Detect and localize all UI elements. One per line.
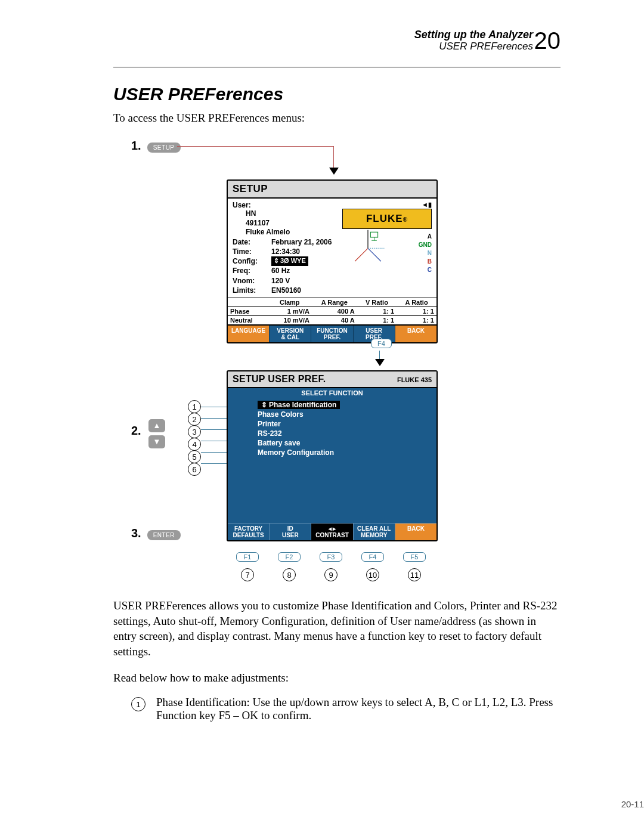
- step-3: 3. ENTER: [131, 527, 181, 540]
- table-row: Neutral10 mV/A 40 A1: 1 1: 1: [228, 315, 436, 324]
- select-function-bar: SELECT FUNCTION: [228, 388, 436, 398]
- softkey-factory: FACTORY DEFAULTS: [228, 524, 270, 540]
- setup-key: SETUP: [147, 143, 181, 153]
- callout-9: 9: [324, 568, 338, 581]
- definition-row: 1 Phase Identification: Use the up/down …: [113, 696, 561, 722]
- step-2-number: 2.: [131, 424, 141, 438]
- description-para-2: Read below how to make adjustments:: [113, 670, 561, 686]
- page-title: USER PREFerences: [113, 84, 561, 104]
- bottom-callouts: 7 8 9 10 11: [227, 568, 435, 581]
- step-3-number: 3.: [131, 527, 141, 540]
- freq-value: 60 Hz: [271, 266, 290, 275]
- def-callout-1: 1: [131, 697, 145, 711]
- header-subtitle: USER PREFerences: [439, 41, 533, 52]
- pref-menu: Phase Identification Phase Colors Printe…: [228, 398, 436, 523]
- connector: [201, 452, 227, 453]
- date-value: February 21, 2006: [271, 237, 332, 247]
- menu-battery-save: Battery save: [228, 438, 436, 448]
- callout-8: 8: [283, 568, 296, 581]
- up-key: ▲: [148, 419, 165, 432]
- page-number: 20-11: [621, 799, 644, 809]
- user-pref-screen: SETUP USER PREF. FLUKE 435 SELECT FUNCTI…: [227, 370, 438, 541]
- menu-phase-id: Phase Identification: [258, 401, 340, 409]
- svg-line-1: [355, 248, 368, 261]
- arrow-down-icon: [329, 168, 339, 175]
- connector: [201, 441, 227, 441]
- f4-key-label: F4: [371, 339, 392, 348]
- menu-phase-colors: Phase Colors: [228, 410, 436, 419]
- callout-1: 1: [188, 400, 201, 413]
- header-rule: [113, 67, 561, 67]
- f1-label: F1: [236, 552, 259, 562]
- callout-7: 7: [241, 568, 254, 581]
- date-label: Date:: [233, 237, 265, 247]
- softkey-version: VERSION & CAL: [270, 326, 311, 342]
- f4-label: F4: [361, 552, 385, 562]
- wye-diagram-icon: [347, 225, 389, 267]
- user-line: HN: [233, 209, 342, 219]
- config-label: Config:: [233, 256, 265, 266]
- down-key: ▼: [148, 435, 165, 448]
- softkey-language: LANGUAGE: [228, 326, 270, 342]
- user-line: 491107: [233, 219, 342, 228]
- softkey-bar-2: FACTORY DEFAULTS ID USER ◂ ▸ CONTRAST CL…: [228, 523, 436, 540]
- vnom-value: 120 V: [271, 276, 290, 286]
- procedure-diagram: 1. SETUP SETUP User: HN 491107 Fluke Alm…: [113, 139, 561, 592]
- arrow-keypad: ▲ ▼: [148, 419, 165, 451]
- softkey-contrast: ◂ ▸ CONTRAST: [311, 524, 353, 540]
- chapter-number: 20: [534, 27, 561, 54]
- model-label: FLUKE 435: [397, 376, 432, 383]
- setup-titlebar: SETUP: [228, 181, 436, 199]
- step-1-number: 1.: [131, 139, 141, 152]
- time-value: 12:34:30: [271, 247, 300, 256]
- description-para-1: USER PREFerences allows you to customize…: [113, 598, 561, 659]
- callout-3: 3: [188, 425, 201, 438]
- softkey-back: BACK: [395, 326, 436, 342]
- time-label: Time:: [233, 247, 265, 256]
- user-pref-title: SETUP USER PREF.: [233, 374, 326, 385]
- flow-line: [333, 146, 334, 169]
- connector: [201, 407, 227, 407]
- callout-6: 6: [188, 463, 201, 476]
- enter-key: ENTER: [147, 530, 181, 540]
- softkey-bar: LANGUAGE VERSION & CAL FUNCTION PREF. US…: [228, 324, 436, 342]
- connector: [201, 429, 227, 430]
- f3-label: F3: [320, 552, 343, 562]
- softkey-clear-memory: CLEAR ALL MEMORY: [354, 524, 395, 540]
- table-row: Phase1 mV/A 400 A1: 1 1: 1: [228, 306, 436, 315]
- callout-2: 2: [188, 413, 201, 426]
- step-1: 1. SETUP: [131, 139, 181, 153]
- callout-11: 11: [408, 568, 421, 581]
- svg-line-2: [368, 248, 381, 261]
- callout-5: 5: [188, 450, 201, 463]
- config-value: 3Ø WYE: [271, 256, 308, 266]
- softkey-func-pref: FUNCTION PREF.: [311, 326, 353, 342]
- callout-10: 10: [366, 568, 379, 581]
- user-line: Fluke Almelo: [233, 228, 342, 237]
- freq-label: Freq:: [233, 266, 265, 275]
- vnom-label: Vnom:: [233, 276, 265, 286]
- intro-text: To access the USER PREFerences menus:: [113, 112, 561, 125]
- callout-column: 1 2 3 4 5 6: [188, 400, 201, 475]
- flow-line: [177, 146, 333, 147]
- arrow-down-icon: [375, 359, 385, 366]
- menu-printer: Printer: [228, 419, 436, 429]
- svg-rect-4: [370, 232, 377, 237]
- f2-label: F2: [278, 552, 301, 562]
- user-label: User:: [233, 201, 342, 209]
- clamp-table: Clamp A Range V Ratio A Ratio Phase1 mV/…: [228, 298, 436, 324]
- softkey-id-user: ID USER: [270, 524, 311, 540]
- def-text-1: Phase Identification: Use the up/down ar…: [156, 696, 561, 722]
- menu-memory-config: Memory Configuration: [228, 448, 436, 457]
- page-header: Setting up the Analyzer USER PREFerences…: [113, 29, 561, 63]
- function-key-labels: F1 F2 F3 F4 F5: [227, 552, 435, 562]
- connector: [201, 418, 227, 419]
- menu-rs232: RS-232: [228, 429, 436, 438]
- battery-icon: ◄▮: [342, 201, 432, 209]
- softkey-back-2: BACK: [395, 524, 436, 540]
- limits-label: Limits:: [233, 286, 265, 295]
- connector: [201, 463, 227, 464]
- limits-value: EN50160: [271, 286, 301, 295]
- setup-screen: SETUP User: HN 491107 Fluke Almelo Date:…: [227, 179, 438, 343]
- callout-4: 4: [188, 438, 201, 451]
